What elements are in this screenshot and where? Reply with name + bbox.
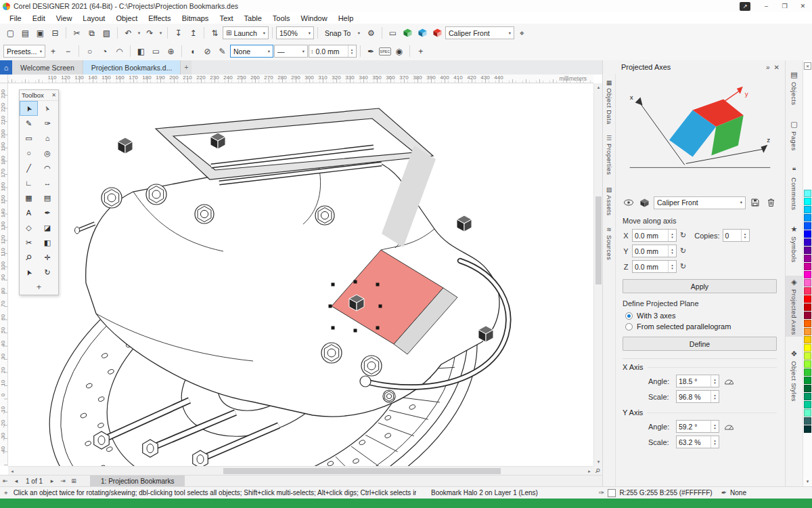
- smart-fill-icon[interactable]: ◧: [134, 44, 148, 58]
- redo-icon[interactable]: ↷: [143, 26, 157, 40]
- new-document-icon[interactable]: ▢: [3, 26, 18, 40]
- share-button[interactable]: ↗: [740, 2, 750, 11]
- pen-nib-icon[interactable]: ✒: [364, 44, 378, 58]
- color-swatch[interactable]: [804, 385, 811, 392]
- color-swatch[interactable]: [804, 328, 811, 335]
- knife-tool[interactable]: ✂: [20, 235, 38, 250]
- shape-tool[interactable]: ➢: [38, 101, 57, 116]
- menu-layout[interactable]: Layout: [77, 14, 110, 23]
- vertical-ruler[interactable]: 2302202102001901801701601501401301201101…: [0, 83, 8, 466]
- docker-tab-projected-axes[interactable]: ◈Projected Axes: [786, 276, 803, 337]
- color-swatch[interactable]: [804, 263, 811, 270]
- document-tab-1[interactable]: Welcome Screen: [12, 60, 83, 75]
- text-tool[interactable]: A: [20, 205, 38, 220]
- welcome-home-icon[interactable]: ⌂: [0, 60, 12, 75]
- pick-tool[interactable]: ➤: [20, 101, 38, 116]
- artistic-media-tool[interactable]: ✒: [38, 205, 57, 220]
- bezier-tool[interactable]: ✑: [38, 116, 57, 131]
- color-swatch[interactable]: [804, 352, 811, 360]
- snap-to-combo[interactable]: Snap To▾: [321, 26, 363, 39]
- smart-fill-tool[interactable]: ◧: [38, 235, 57, 250]
- presets-combo[interactable]: Presets...▾: [3, 45, 45, 58]
- copy-icon[interactable]: ⧉: [85, 26, 99, 40]
- color-swatch[interactable]: [804, 214, 811, 221]
- dock-tab-assets[interactable]: ▧Assets: [606, 186, 613, 215]
- undo-icon[interactable]: ↶: [121, 26, 135, 40]
- define-button[interactable]: Define: [623, 337, 777, 351]
- vertical-scrollbar[interactable]: ▴ ▾: [593, 83, 602, 466]
- first-page-icon[interactable]: ⇤: [0, 478, 11, 484]
- color-swatch[interactable]: [804, 206, 811, 213]
- outline-pen-icon[interactable]: ✎: [215, 44, 229, 58]
- docker-tab-comments[interactable]: ❝Comments: [786, 164, 803, 212]
- color-swatch[interactable]: [804, 377, 811, 384]
- color-swatch[interactable]: [804, 303, 811, 311]
- paste-icon[interactable]: ▧: [99, 26, 114, 40]
- color-swatch[interactable]: [804, 320, 811, 327]
- horizontal-ruler[interactable]: millimeters 1101201301401501601701801902…: [8, 75, 593, 83]
- docker-collapse-icon[interactable]: »: [763, 64, 773, 71]
- delete-bookmark-icon[interactable]: [765, 196, 777, 209]
- z-distance-field[interactable]: 0.0 mm▴▾: [632, 260, 677, 273]
- menu-tools[interactable]: Tools: [267, 14, 296, 23]
- color-swatch[interactable]: [804, 336, 811, 343]
- save-bookmark-icon[interactable]: [749, 196, 761, 209]
- bookmark-preset-combo[interactable]: Caliper Front▾: [654, 196, 746, 209]
- line-tool[interactable]: ╱: [20, 161, 38, 175]
- line-style-combo[interactable]: —▾: [274, 45, 308, 58]
- dock-tab-sources[interactable]: ≋Sources: [606, 226, 613, 260]
- previous-page-icon[interactable]: ◂: [11, 478, 22, 484]
- options-icon[interactable]: ⚙: [364, 26, 378, 40]
- right-angle-tool[interactable]: ∟: [20, 175, 38, 190]
- page-frame-icon[interactable]: ▭: [149, 44, 163, 58]
- copies-field[interactable]: 0▴▾: [723, 229, 750, 242]
- export-icon[interactable]: ↥: [186, 26, 200, 40]
- oval-icon[interactable]: ◖: [185, 44, 200, 58]
- docker-close-icon[interactable]: ✕: [773, 64, 781, 71]
- color-swatch[interactable]: [804, 417, 811, 425]
- dimension-tool[interactable]: ↔: [38, 175, 57, 190]
- ellipse-tool[interactable]: ○: [20, 146, 38, 161]
- color-swatch[interactable]: [804, 344, 811, 352]
- menu-help[interactable]: Help: [333, 14, 359, 23]
- menu-bitmaps[interactable]: Bitmaps: [177, 14, 215, 23]
- no-color-swatch[interactable]: ✕: [804, 62, 811, 70]
- axes-preset-combo[interactable]: Caliper Front▾: [445, 26, 514, 39]
- y-scale-field[interactable]: 63.2 %▴▾: [676, 436, 719, 448]
- undo-list-icon[interactable]: ▾: [136, 26, 142, 40]
- drop-shadow-icon[interactable]: ◉: [392, 44, 406, 58]
- vertical-scroll-thumb[interactable]: [595, 196, 602, 284]
- zoom-send-icon[interactable]: ⇅: [208, 26, 222, 40]
- ruler-origin[interactable]: [0, 75, 8, 83]
- projected-cube-tool[interactable]: ◇: [20, 220, 38, 235]
- menu-effects[interactable]: Effects: [143, 14, 176, 23]
- y-distance-field[interactable]: 0.0 mm▴▾: [632, 245, 677, 257]
- menu-table[interactable]: Table: [239, 14, 267, 23]
- document-tab-2[interactable]: Projection Bookmarks.d...: [83, 60, 181, 75]
- color-swatch[interactable]: [804, 312, 811, 319]
- fill-color-swatch[interactable]: [608, 489, 616, 497]
- pan-tool[interactable]: ✛: [38, 250, 57, 265]
- page-tab[interactable]: 1: Projection Bookmarks: [90, 475, 185, 486]
- no-symmetry-icon[interactable]: ⊘: [200, 44, 215, 58]
- add-page-icon[interactable]: ⊞: [68, 478, 79, 484]
- close-button[interactable]: ✕: [794, 1, 812, 12]
- color-swatch[interactable]: [804, 368, 811, 376]
- apply-button[interactable]: Apply: [623, 279, 777, 293]
- spiral-tool[interactable]: ◎: [38, 146, 57, 161]
- eraser-tool[interactable]: ◪: [38, 220, 57, 235]
- color-swatch[interactable]: [804, 198, 811, 205]
- menu-edit[interactable]: Edit: [27, 14, 51, 23]
- color-swatch[interactable]: [804, 255, 811, 262]
- color-swatch[interactable]: [804, 287, 811, 295]
- color-swatch[interactable]: [804, 230, 811, 238]
- horizontal-scroll-thumb[interactable]: [223, 468, 501, 474]
- rotate-tool[interactable]: ↻: [38, 265, 57, 280]
- delete-preset-icon[interactable]: −: [61, 44, 75, 58]
- reset-z-icon[interactable]: ↻: [680, 262, 686, 271]
- color-swatch[interactable]: [804, 238, 811, 246]
- docker-tab-objects[interactable]: ▤Objects: [786, 68, 803, 107]
- color-swatch[interactable]: [804, 295, 811, 303]
- toolbox-more-button[interactable]: +: [20, 280, 58, 295]
- x-angle-field[interactable]: 18.5 °▴▾: [676, 375, 719, 387]
